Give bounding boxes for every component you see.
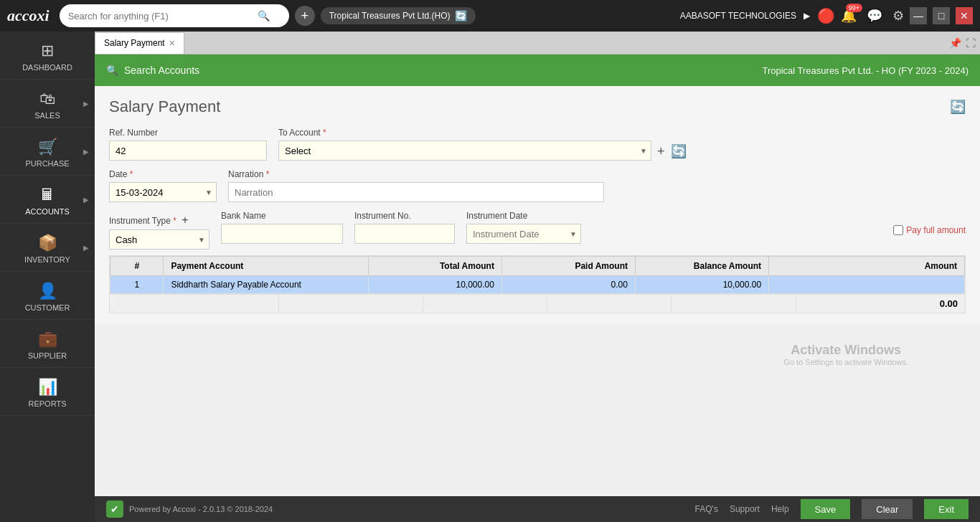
sidebar-item-supplier[interactable]: 💼 SUPPLIER [0,320,95,368]
supplier-icon: 💼 [38,330,57,348]
clear-button[interactable]: Clear [862,499,913,519]
tab-expand-button[interactable]: ⛶ [966,37,976,49]
sidebar-item-inventory[interactable]: 📦 INVENTORY ▶ [0,224,95,272]
accounts-arrow-icon: ▶ [83,196,89,204]
customer-icon: 👤 [38,282,57,300]
save-button[interactable]: Save [801,499,851,519]
to-account-select-wrapper: Select ▼ [278,141,651,161]
instrument-type-select[interactable]: Cash [109,229,209,250]
reports-icon: 📊 [38,378,57,397]
dashboard-icon: ⊞ [41,42,54,60]
instrument-date-input[interactable] [466,224,581,244]
ref-number-group: Ref. Number [109,128,267,161]
sidebar-item-purchase[interactable]: 🛒 PURCHASE ▶ [0,128,95,176]
table-row[interactable]: 1 Siddharth Salary Payable Account 10,00… [110,276,965,294]
to-account-group: To Account * Select ▼ + 🔄 [278,128,687,161]
form-title-row: Salary Payment 🔄 [109,98,966,116]
search-input[interactable] [68,11,255,22]
company-pill[interactable]: Tropical Treasures Pvt Ltd.(HO) 🔄 [321,7,476,24]
purchase-icon: 🛒 [38,138,57,156]
narration-label: Narration * [228,169,604,179]
col-total-amount: Total Amount [368,257,501,276]
instrument-date-label: Instrument Date [466,211,581,221]
form-refresh-icon[interactable]: 🔄 [950,99,966,115]
sidebar-item-sales[interactable]: 🛍 SALES ▶ [0,80,95,128]
watermark: Activate Windows Go to Settings to activ… [783,343,908,366]
cell-account: Siddharth Salary Payable Account [164,276,368,294]
total-spacer-2 [279,295,423,313]
bank-name-input[interactable] [221,224,343,244]
instrument-type-required: * [173,216,176,226]
tab-close-icon[interactable]: × [169,37,175,49]
page-green-header: 🔍 Search Accounts Tropical Treasures Pvt… [95,54,980,86]
date-input[interactable] [109,182,217,202]
exit-button[interactable]: Exit [924,499,969,519]
company-name: Tropical Treasures Pvt Ltd.(HO) [329,11,451,21]
maximize-button[interactable]: □ [933,7,950,24]
sidebar-item-dashboard[interactable]: ⊞ DASHBOARD [0,32,95,80]
bank-name-group: Bank Name [221,211,343,244]
sidebar-item-customer[interactable]: 👤 CUSTOMER [0,272,95,320]
sidebar-item-reports[interactable]: 📊 REPORTS [0,368,95,416]
faq-link[interactable]: FAQ's [695,504,718,514]
top-right-area: AABASOFT TECHNOLOGIES ▶ 🔴 [680,7,835,24]
footer-logo: ✔ [106,500,123,518]
search-icon: 🔍 [258,10,270,22]
settings-icon[interactable]: ⚙ [892,8,904,24]
sidebar-item-accounts[interactable]: 🖩 ACCOUNTS ▶ [0,176,95,224]
narration-group: Narration * [228,169,604,202]
instrument-type-label: Instrument Type * + [109,211,209,227]
add-instrument-type-button[interactable]: + [182,214,188,227]
cell-amount[interactable] [769,276,965,294]
ref-number-label: Ref. Number [109,128,267,138]
refresh-account-button[interactable]: 🔄 [671,143,687,161]
col-amount: Amount [769,257,965,276]
company-refresh-icon[interactable]: 🔄 [455,10,467,22]
sales-arrow-icon: ▶ [83,100,89,108]
date-required: * [130,169,133,179]
notification-bell[interactable]: 🔔 99+ [841,8,857,24]
support-link[interactable]: Support [730,504,760,514]
search-bar[interactable]: 🔍 [60,4,289,27]
add-button[interactable]: + [295,6,315,26]
close-button[interactable]: ✕ [956,7,973,24]
help-link[interactable]: Help [771,504,789,514]
cell-balance-amount: 10,000.00 [635,276,768,294]
watermark-line1: Activate Windows [783,343,908,358]
chat-icon[interactable]: 💬 [867,8,882,24]
inventory-icon: 📦 [38,234,57,252]
search-accounts-icon: 🔍 [106,65,118,76]
form-row-2: Date * ▼ Narration * [109,169,966,202]
total-spacer-3 [423,295,547,313]
sidebar-label-inventory: INVENTORY [24,255,70,264]
form-row-1: Ref. Number To Account * Select [109,128,966,161]
add-account-button[interactable]: + [657,144,665,161]
salary-payment-tab[interactable]: Salary Payment × [95,32,184,54]
instrument-date-wrapper: ▼ [466,224,581,244]
instrument-no-label: Instrument No. [354,211,455,221]
notification-badge: 99+ [846,4,862,12]
narration-input[interactable] [228,182,604,202]
footer-powered-by: Powered by Accoxi - 2.0.13 © 2018-2024 [129,505,273,513]
page-content: 🔍 Search Accounts Tropical Treasures Pvt… [95,54,980,496]
instrument-no-input[interactable] [354,224,455,244]
grand-total: 0.00 [796,295,965,313]
bank-name-label: Bank Name [221,211,343,221]
pay-full-amount-checkbox[interactable] [893,225,903,235]
pay-full-amount-label: Pay full amount [906,225,966,235]
search-accounts-label[interactable]: Search Accounts [124,65,199,76]
inventory-arrow-icon: ▶ [83,244,89,252]
to-account-label: To Account * [278,128,687,138]
ref-number-input[interactable] [109,141,267,161]
minimize-button[interactable]: — [910,7,927,24]
sidebar-label-reports: REPORTS [29,399,67,408]
cell-num: 1 [110,276,164,294]
total-spacer-4 [547,295,672,313]
sidebar-label-sales: SALES [34,111,60,120]
instrument-no-group: Instrument No. [354,211,455,244]
tab-pin-button[interactable]: 📌 [949,37,961,49]
date-group: Date * ▼ [109,169,217,202]
watermark-line2: Go to Settings to activate Windows. [783,358,908,366]
total-spacer-1 [110,295,279,313]
to-account-select[interactable]: Select [278,141,651,161]
